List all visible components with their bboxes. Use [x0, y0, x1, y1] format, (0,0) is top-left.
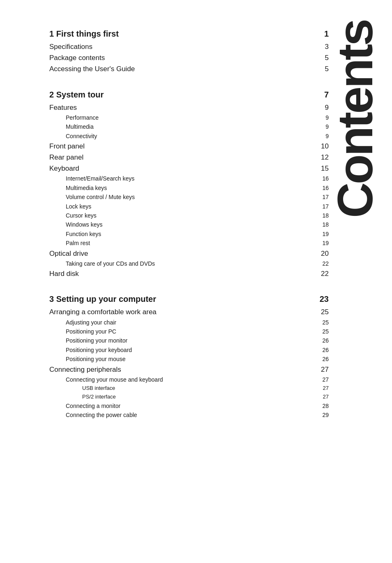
- toc-page: 26: [312, 336, 329, 345]
- toc-page: 25: [312, 306, 329, 317]
- toc-page: 27: [312, 384, 329, 393]
- toc-entry: Hard disk22: [49, 268, 329, 279]
- toc-label: Connectivity: [66, 132, 312, 141]
- toc-label: Multimedia keys: [66, 183, 312, 192]
- toc-page: 26: [312, 354, 329, 364]
- toc-page: 27: [312, 375, 329, 384]
- toc-page: 9: [312, 122, 329, 131]
- toc-page: 19: [312, 229, 329, 239]
- toc-entry: Palm rest19: [66, 239, 329, 248]
- toc-page: 20: [312, 248, 329, 259]
- toc-page: 1: [312, 27, 329, 40]
- toc-entry: Keyboard15: [49, 163, 329, 174]
- toc-page: 19: [312, 239, 329, 248]
- toc-label: Hard disk: [49, 268, 312, 279]
- toc-page: 23: [312, 292, 329, 306]
- toc-page: 10: [312, 141, 329, 152]
- toc-entry: Connectivity9: [66, 132, 329, 141]
- toc-label: Front panel: [49, 141, 312, 152]
- toc-page: 22: [312, 268, 329, 279]
- contents-watermark: Contents: [330, 21, 380, 218]
- toc-entry: Connecting your mouse and keyboard27: [66, 375, 329, 384]
- toc-entry: Internet/Email/Search keys16: [66, 174, 329, 183]
- toc-entry: Accessing the User's Guide5: [49, 63, 329, 74]
- toc-page: 25: [312, 327, 329, 336]
- toc-entry: Rear panel12: [49, 152, 329, 163]
- toc-page: 27: [312, 393, 329, 401]
- toc-label: Optical drive: [49, 248, 312, 259]
- toc-page: 7: [312, 88, 329, 101]
- toc-entry: Connecting peripherals27: [49, 364, 329, 375]
- section-block-2: 3 Setting up your computer23Arranging a …: [49, 292, 329, 419]
- toc-entry: Features9: [49, 102, 329, 113]
- toc-page: 26: [312, 345, 329, 354]
- toc-entry: Adjusting your chair25: [66, 318, 329, 327]
- page-container: Contents 1 First things first1Specificat…: [0, 0, 392, 563]
- toc-label: Connecting the power cable: [66, 410, 312, 419]
- toc-label: Connecting your mouse and keyboard: [66, 375, 312, 384]
- toc-entry: Optical drive20: [49, 248, 329, 259]
- section-block-1: 2 System tour7Features9Performance9Multi…: [49, 88, 329, 280]
- toc-page: 3: [312, 41, 329, 52]
- toc-label: Positioning your keyboard: [66, 345, 312, 354]
- toc-label: Arranging a comfortable work area: [49, 306, 312, 317]
- toc-label: Function keys: [66, 229, 312, 239]
- toc-page: 27: [312, 364, 329, 375]
- toc-entry: Volume control / Mute keys17: [66, 192, 329, 202]
- toc-entry: Cursor keys18: [66, 211, 329, 220]
- toc-entry: Arranging a comfortable work area25: [49, 306, 329, 317]
- toc-page: 18: [312, 220, 329, 229]
- toc-page: 25: [312, 318, 329, 327]
- toc-label: USB interface: [82, 384, 312, 393]
- toc-entry: Lock keys17: [66, 202, 329, 211]
- toc-label: Windows keys: [66, 220, 312, 229]
- toc-entry: Package contents5: [49, 52, 329, 63]
- toc-page: 9: [312, 132, 329, 141]
- toc-page: 5: [312, 52, 329, 63]
- toc-page: 29: [312, 410, 329, 419]
- toc-label: Accessing the User's Guide: [49, 63, 312, 74]
- toc-label: Rear panel: [49, 152, 312, 163]
- toc-page: 18: [312, 211, 329, 220]
- toc-page: 22: [312, 259, 329, 268]
- toc-label: 2 System tour: [49, 88, 312, 101]
- toc-label: Internet/Email/Search keys: [66, 174, 312, 183]
- section-block-0: 1 First things first1Specifications3Pack…: [49, 27, 329, 75]
- toc-label: Keyboard: [49, 163, 312, 174]
- toc-entry: Specifications3: [49, 41, 329, 52]
- toc-label: Performance: [66, 113, 312, 122]
- toc-page: 15: [312, 163, 329, 174]
- toc-page: 17: [312, 202, 329, 211]
- toc-label: Package contents: [49, 52, 312, 63]
- toc-page: 9: [312, 113, 329, 122]
- toc-label: PS/2 interface: [82, 393, 312, 401]
- toc-page: 5: [312, 63, 329, 74]
- toc-label: 3 Setting up your computer: [49, 292, 312, 306]
- toc-label: Taking care of your CDs and DVDs: [66, 259, 312, 268]
- toc-entry: 2 System tour7: [49, 88, 329, 101]
- toc-entry: Multimedia9: [66, 122, 329, 131]
- toc-label: Volume control / Mute keys: [66, 192, 312, 202]
- toc-page: 17: [312, 192, 329, 202]
- toc-entry: Performance9: [66, 113, 329, 122]
- toc-page: 16: [312, 174, 329, 183]
- toc-label: Connecting a monitor: [66, 401, 312, 410]
- toc-entry: Windows keys18: [66, 220, 329, 229]
- toc-label: Positioning your mouse: [66, 354, 312, 364]
- toc-entry: Positioning your mouse26: [66, 354, 329, 364]
- toc-label: 1 First things first: [49, 27, 312, 40]
- toc-entry: USB interface27: [82, 384, 329, 393]
- toc-label: Connecting peripherals: [49, 364, 312, 375]
- toc-entry: Connecting a monitor28: [66, 401, 329, 410]
- toc-label: Palm rest: [66, 239, 312, 248]
- toc-entry: Positioning your keyboard26: [66, 345, 329, 354]
- toc-page: 16: [312, 183, 329, 192]
- toc-label: Specifications: [49, 41, 312, 52]
- toc-page: 28: [312, 401, 329, 410]
- toc-label: Adjusting your chair: [66, 318, 312, 327]
- toc-label: Features: [49, 102, 312, 113]
- toc-entry: Taking care of your CDs and DVDs22: [66, 259, 329, 268]
- toc-content: 1 First things first1Specifications3Pack…: [49, 27, 345, 419]
- toc-label: Cursor keys: [66, 211, 312, 220]
- toc-entry: Positioning your monitor26: [66, 336, 329, 345]
